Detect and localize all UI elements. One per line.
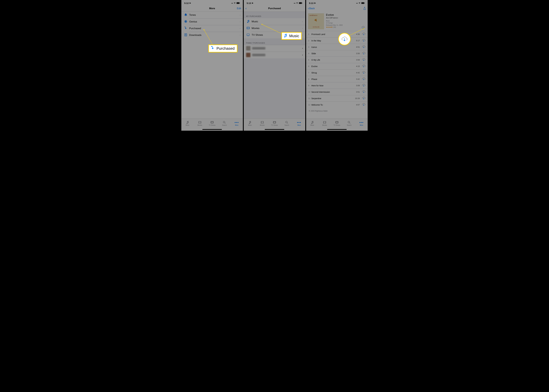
track-download-button[interactable] [360,33,366,36]
tab-tvshows[interactable]: TV Shows [268,119,281,128]
tab-more[interactable]: •••More [231,119,243,128]
copyright: ℗ 2003 Righteous Babe [306,108,368,114]
track-download-button[interactable] [360,39,366,42]
page-title: More [181,7,243,10]
track-download-button[interactable] [360,84,366,87]
tab-movies[interactable]: Movies [256,119,268,128]
chevron-left-icon: ‹ [245,7,247,10]
track-number: 8 [308,78,311,80]
track-row[interactable]: 6Evolve4:15 [306,63,368,70]
track-number: 3 [308,46,311,48]
track-row[interactable]: 5O My Life3:59 [306,56,368,63]
tab-movies[interactable]: Movies [194,119,206,128]
track-row[interactable]: 4Slide3:50 [306,50,368,56]
track-number: 9 [308,84,311,87]
track-download-button[interactable] [360,52,366,55]
clock: 5:13 [309,2,313,4]
track-name: Here for Now [311,84,353,87]
home-indicator[interactable] [327,129,347,130]
location-icon: ➤ [314,2,316,4]
track-row[interactable]: 7Shrug4:42 [306,70,368,76]
album-art[interactable]: anidifrancoEVOLVE [308,14,324,29]
track-row[interactable]: 12Welcome To:4:57 [306,101,368,108]
back-button[interactable]: ‹Back [308,7,315,10]
chevron-right-icon: › [302,20,303,23]
track-row[interactable]: 9Here for Now3:09 [306,82,368,89]
purchased-icon [210,46,215,51]
track-row[interactable]: 8Phase3:42 [306,76,368,82]
track-download-button[interactable] [360,58,366,62]
tab-music[interactable]: Music [181,119,194,128]
row-tones[interactable]: Tones › [181,12,243,18]
tab-bar: Music Movies TV Shows Search •••More [181,119,243,131]
tab-more[interactable]: •••More [355,119,368,128]
track-number: 4 [308,52,311,55]
tab-bar: Music Movies TV Shows Search •••More [244,119,305,131]
edit-button[interactable]: Edit [237,7,241,10]
track-duration: 4:15 [353,65,360,67]
svg-rect-2 [240,3,240,3]
tab-more[interactable]: •••More [293,119,305,128]
tab-music[interactable]: Music [244,119,256,128]
family-member-row[interactable]: › [244,45,305,52]
screen-album: 5:13➤ ▪▪ ‹Back anidifrancoEVOLVE Evolve … [306,0,368,131]
tab-music[interactable]: Music [306,119,318,128]
track-name: Slide [311,52,353,55]
tab-search[interactable]: Search [343,119,355,128]
tab-bar: Music Movies TV Shows Search •••More [306,119,368,131]
svg-text:EVOLVE: EVOLVE [313,26,320,28]
callout-music: Music [281,32,302,40]
track-download-button[interactable] [360,45,366,49]
tab-search[interactable]: Search [218,119,230,128]
track-row[interactable]: 11Serpentine10:26 [306,95,368,101]
rating-stars: ★★★★⯪ [326,26,333,28]
row-purchased[interactable]: Purchased › [181,25,243,32]
wifi-icon [234,2,236,4]
row-downloads[interactable]: Downloads › [181,32,243,39]
track-row[interactable]: 1Promised Land4:30 [306,31,368,37]
row-genius[interactable]: Genius › [181,18,243,25]
track-download-button[interactable] [360,90,366,94]
row-movies[interactable]: Movies › [244,25,305,32]
row-music[interactable]: Music › [244,18,305,25]
svg-rect-22 [273,122,276,123]
svg-rect-20 [261,121,264,123]
track-row[interactable]: 3Icarus4:51 [306,44,368,50]
track-duration: 3:51 [353,91,360,93]
svg-rect-34 [336,122,338,123]
bell-icon [184,13,188,17]
track-number: 12 [308,104,311,106]
track-download-button[interactable] [360,65,366,68]
track-name: O My Life [311,59,353,61]
svg-point-14 [211,46,212,47]
home-indicator[interactable] [202,129,222,130]
track-number: 11 [308,97,311,99]
tab-movies[interactable]: Movies [318,119,331,128]
track-download-button[interactable] [360,103,366,106]
track-number: 1 [308,33,311,35]
track-name: Phase [311,78,353,80]
tab-search[interactable]: Search [281,119,293,128]
album-artist[interactable]: Ani DiFranco › [326,17,359,19]
download-all-button[interactable] [361,14,366,29]
track-download-button[interactable] [360,97,366,100]
track-download-button[interactable] [360,77,366,81]
svg-rect-17 [302,3,302,3]
callout-download-icon [338,33,351,45]
status-bar: 5:13➤ ▪▪ [306,0,368,5]
screen-purchased: 5:13➤ ▪▪ ‹ Purchased MY PURCHASES Music … [244,0,305,131]
chevron-right-icon: › [240,14,241,16]
track-row[interactable]: 10Second Intermission3:51 [306,89,368,95]
back-button[interactable]: ‹ [245,7,247,10]
album-title: Evolve [326,14,359,16]
home-indicator[interactable] [265,129,284,130]
track-download-button[interactable] [360,71,366,74]
tab-tvshows[interactable]: TV Shows [331,119,343,128]
purchased-icon [184,27,188,30]
track-row[interactable]: 2In the Way5:17 [306,37,368,44]
share-button[interactable] [363,7,366,10]
rating-count: (18) [333,26,336,28]
tab-tvshows[interactable]: TV Shows [206,119,218,128]
family-member-row[interactable]: › [244,52,305,58]
svg-point-23 [285,121,287,123]
